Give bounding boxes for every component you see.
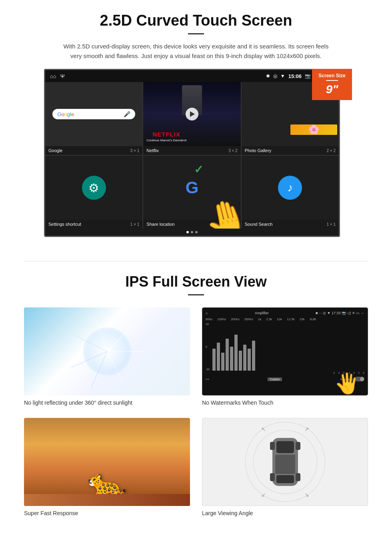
- device-mockup: Screen Size 9" ⌂ Ψ ✱ ◎ ▼ 15:06 📷 ◁) ✕: [44, 69, 348, 237]
- app-label-settings: Settings shortcut 1 × 1: [45, 220, 142, 229]
- app-grid-gallery: 2 × 2: [326, 149, 336, 153]
- flower-icon: 🌸: [308, 124, 319, 135]
- google-search-bar[interactable]: Google 🎤: [52, 109, 135, 119]
- app-grid-google: 3 × 1: [130, 149, 140, 153]
- guide-circle-mid: [253, 430, 317, 494]
- amp-custom: Custom: [268, 377, 282, 381]
- dot-1: [186, 231, 189, 233]
- gear-icon: ⚙: [88, 181, 99, 195]
- app-name-netflix: Netflix: [146, 148, 159, 153]
- share-cell-inner: G ✓: [143, 156, 240, 220]
- app-grid-settings: 1 × 1: [130, 222, 140, 227]
- camera-icon: 📷: [305, 73, 311, 79]
- netflix-label-box: NETFLIX Continue Marvel's Daredevil: [146, 131, 186, 142]
- maps-icon: G: [186, 178, 199, 197]
- app-cell-share[interactable]: G ✓ Share location 1 × 1 🤚: [143, 156, 240, 229]
- amp-status: ■ ··· ◎ ▼ 17:33 📷 ◁) ✕ ▭ ←: [316, 311, 364, 315]
- feature-grid: No light reflecting under 360° direct su…: [24, 307, 368, 516]
- gallery-thumb-4: 🌸: [290, 124, 337, 135]
- app-grid-sound: 1 × 1: [326, 222, 336, 227]
- bluetooth-icon: ✱: [266, 73, 270, 79]
- feature-caption-cheetah: Super Fast Response: [24, 510, 190, 516]
- dot-3: [195, 231, 198, 233]
- amp-freq-labels: 60hz100hz200hz500hz1k2.5k10k12.5k15kSUB: [206, 317, 364, 321]
- section-divider: [24, 261, 368, 261]
- title-underline: [188, 33, 204, 34]
- app-label-google: Google 3 × 1: [45, 146, 142, 155]
- app-cell-google[interactable]: Google 🎤 Google 3 × 1: [45, 82, 142, 155]
- eq-bar-2: [217, 343, 220, 371]
- app-label-sound: Sound Search 1 × 1: [242, 220, 339, 229]
- feature-car: ↖ ↗ ↙ ↘ Large Viewing Angle: [202, 418, 368, 516]
- angle-arrow-bl: ↙: [261, 492, 266, 498]
- svg-line-2: [107, 351, 123, 383]
- mic-icon: 🎤: [124, 111, 130, 117]
- amp-back: «»: [206, 377, 209, 381]
- svg-line-3: [91, 351, 107, 387]
- gps-icon: ◎: [273, 73, 277, 79]
- section2-underline: [188, 294, 204, 295]
- settings-cell-inner: ⚙: [45, 156, 142, 220]
- feature-caption-amplifier: No Watermarks When Touch: [202, 399, 368, 406]
- app-grid: Google 🎤 Google 3 × 1: [45, 82, 339, 229]
- play-triangle: [190, 111, 195, 117]
- feature-img-cheetah: 🐆: [24, 418, 190, 506]
- app-cell-netflix[interactable]: NETFLIX Continue Marvel's Daredevil Netf…: [143, 82, 240, 155]
- app-cell-settings[interactable]: ⚙ Settings shortcut 1 × 1: [45, 156, 142, 229]
- google-cell-inner: Google 🎤: [45, 82, 142, 146]
- app-grid-share: 1 × 1: [228, 222, 238, 227]
- android-screen: ⌂ Ψ ✱ ◎ ▼ 15:06 📷 ◁) ✕ ▭: [44, 69, 340, 237]
- netflix-play-button[interactable]: [186, 108, 198, 120]
- status-time: 15:06: [288, 73, 302, 79]
- amp-bars: [212, 323, 364, 371]
- feature-caption-car: Large Viewing Angle: [202, 510, 368, 516]
- app-cell-sound[interactable]: ♪ Sound Search 1 × 1: [242, 156, 339, 229]
- feature-img-car: ↖ ↗ ↙ ↘: [202, 418, 368, 506]
- badge-size: 9": [326, 82, 338, 96]
- status-bar: ⌂ Ψ ✱ ◎ ▼ 15:06 📷 ◁) ✕ ▭: [45, 70, 339, 82]
- amp-home: ⌂: [206, 311, 208, 315]
- app-name-share: Share location: [146, 222, 174, 227]
- car-view-wrapper: ↖ ↗ ↙ ↘: [257, 422, 313, 502]
- app-name-google: Google: [48, 148, 62, 153]
- dot-2: [191, 231, 193, 233]
- usb-icon: Ψ: [60, 73, 65, 79]
- section1-title: 2.5D Curved Touch Screen: [24, 12, 368, 29]
- eq-bar-10: [252, 341, 255, 371]
- eq-bar-7: [239, 351, 242, 371]
- amp-header: ⌂ Amplifier ■ ··· ◎ ▼ 17:33 📷 ◁) ✕ ▭ ←: [206, 311, 364, 315]
- home-icon[interactable]: ⌂: [50, 73, 56, 79]
- netflix-cell-inner: NETFLIX Continue Marvel's Daredevil: [143, 82, 240, 146]
- eq-bar-9: [248, 349, 251, 371]
- app-name-settings: Settings shortcut: [48, 222, 81, 227]
- eq-bar-4: [226, 339, 229, 371]
- section-curved-touch: 2.5D Curved Touch Screen With 2.5D curve…: [0, 0, 392, 245]
- app-name-sound: Sound Search: [245, 222, 273, 227]
- feature-img-amplifier: ⌂ Amplifier ■ ··· ◎ ▼ 17:33 📷 ◁) ✕ ▭ ← 6…: [202, 307, 368, 395]
- cheetah-ground: [24, 494, 190, 506]
- feature-sunlight: No light reflecting under 360° direct su…: [24, 307, 190, 406]
- touch-hand: 🖐: [335, 372, 360, 395]
- music-note-icon: ♪: [287, 181, 293, 194]
- eq-bar-3: [221, 353, 224, 371]
- feature-img-sunlight: [24, 307, 190, 395]
- maps-check: ✓: [194, 163, 203, 176]
- sunlight-svg: [67, 311, 147, 391]
- section1-description: With 2.5D curved-display screen, this de…: [60, 42, 332, 61]
- status-bar-left: ⌂ Ψ: [50, 73, 65, 79]
- feature-cheetah: 🐆 Super Fast Response: [24, 418, 190, 516]
- app-grid-netflix: 3 × 2: [228, 149, 238, 153]
- section2-title: IPS Full Screen View: [24, 273, 368, 290]
- badge-label: Screen Size: [318, 73, 346, 78]
- app-label-netflix: Netflix 3 × 2: [143, 146, 240, 155]
- amp-eq-area: 100-10: [206, 323, 364, 371]
- eq-bar-6: [234, 335, 238, 371]
- wifi-icon: ▼: [280, 73, 285, 79]
- badge-line: [326, 80, 338, 81]
- angle-arrow-tr: ↗: [304, 426, 309, 432]
- feature-caption-sunlight: No light reflecting under 360° direct su…: [24, 399, 190, 406]
- netflix-logo: NETFLIX: [146, 131, 186, 138]
- sound-cell-inner: ♪: [242, 156, 339, 220]
- feature-amplifier: ⌂ Amplifier ■ ··· ◎ ▼ 17:33 📷 ◁) ✕ ▭ ← 6…: [202, 307, 368, 406]
- angle-arrow-tl: ↖: [261, 426, 266, 432]
